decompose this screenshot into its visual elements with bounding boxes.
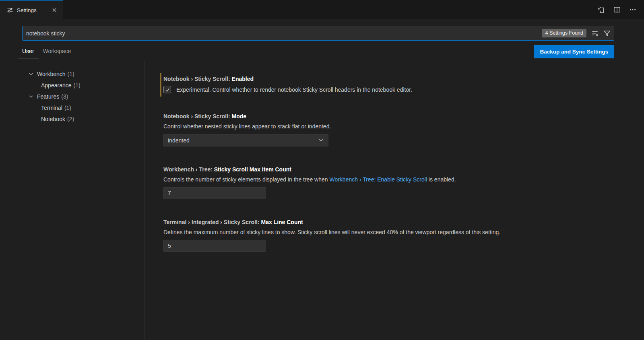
setting-category: Terminal › Integrated › Sticky Scroll: (163, 219, 261, 225)
toc-item-appearance[interactable]: Appearance (1) (0, 80, 144, 91)
toc-item-features[interactable]: Features (3) (0, 91, 144, 102)
mode-select-dropdown[interactable]: indented (163, 134, 328, 146)
scope-tabs: User Workspace (18, 45, 75, 58)
toc-count: (3) (61, 93, 68, 100)
settings-editor: Settings (0, 0, 644, 340)
setting-title: Workbench › Tree: Sticky Scroll Max Item… (163, 166, 628, 173)
settings-search-row: notebook sticky 4 Settings Found (22, 26, 614, 41)
toc-label: Terminal (41, 105, 62, 111)
settings-body: Workbench (1) Appearance (1) Features (3… (0, 60, 644, 340)
toc-item-notebook[interactable]: Notebook (2) (0, 113, 144, 125)
open-settings-json-icon[interactable] (597, 6, 605, 14)
toc-label: Features (37, 93, 59, 100)
setting-category: Workbench › Tree: (163, 166, 214, 173)
backup-and-sync-settings-button[interactable]: Backup and Sync Settings (534, 45, 614, 58)
clear-search-results-icon[interactable] (591, 30, 599, 37)
toc-count: (1) (74, 82, 80, 89)
search-query-text: notebook sticky (26, 30, 65, 37)
chevron-down-icon (318, 137, 324, 143)
tab-workspace[interactable]: Workspace (39, 45, 76, 58)
description-text: Controls the number of sticky elements d… (163, 176, 329, 183)
results-count-badge: 4 Settings Found (542, 29, 586, 38)
checkbox-checked[interactable] (163, 86, 171, 93)
setting-notebook-sticky-scroll-enabled: Notebook › Sticky Scroll: Enabled Experi… (160, 73, 628, 97)
more-actions-icon[interactable] (629, 6, 636, 13)
close-icon[interactable] (50, 6, 59, 14)
toc-label: Workbench (37, 71, 66, 77)
description-text: is enabled. (427, 176, 456, 183)
text-caret (67, 29, 68, 37)
settings-toc-tree: Workbench (1) Appearance (1) Features (3… (0, 60, 145, 340)
setting-description: Control whether nested sticky lines appe… (163, 123, 628, 130)
setting-label: Max Line Count (261, 219, 303, 225)
filter-icon[interactable] (603, 30, 611, 37)
chevron-down-icon (28, 94, 35, 99)
setting-description: Experimental. Control whether to render … (176, 87, 412, 93)
setting-description: Controls the number of sticky elements d… (163, 176, 628, 183)
tab-user[interactable]: User (18, 45, 39, 58)
toc-item-workbench[interactable]: Workbench (1) (0, 68, 144, 80)
toc-label: Notebook (41, 116, 65, 122)
editor-tab-bar: Settings (0, 0, 644, 19)
max-item-count-input[interactable] (163, 187, 266, 199)
setting-label: Mode (232, 113, 247, 120)
editor-actions (597, 0, 644, 19)
setting-tree-sticky-scroll-max-item-count: Workbench › Tree: Sticky Scroll Max Item… (160, 163, 628, 202)
split-editor-icon[interactable] (613, 6, 621, 13)
toc-count: (2) (67, 116, 74, 122)
setting-label: Sticky Scroll Max Item Count (214, 166, 291, 173)
setting-title: Notebook › Sticky Scroll: Enabled (163, 76, 628, 82)
toc-label: Appearance (41, 82, 72, 89)
setting-category: Notebook › Sticky Scroll: (163, 113, 232, 120)
toc-count: (1) (64, 105, 71, 111)
settings-list: Notebook › Sticky Scroll: Enabled Experi… (145, 60, 644, 340)
setting-label: Enabled (232, 76, 254, 82)
tab-settings[interactable]: Settings (0, 0, 63, 19)
max-line-count-input[interactable] (163, 240, 266, 252)
search-controls: 4 Settings Found (542, 26, 611, 41)
setting-link-enable-sticky-scroll[interactable]: Workbench › Tree: Enable Sticky Scroll (329, 176, 427, 183)
settings-sliders-icon (7, 7, 13, 13)
setting-category: Notebook › Sticky Scroll: (163, 76, 232, 82)
chevron-down-icon (28, 71, 35, 77)
scope-row: User Workspace Backup and Sync Settings (22, 45, 614, 58)
setting-description: Defines the maximum number of sticky lin… (163, 229, 628, 235)
setting-notebook-sticky-scroll-mode: Notebook › Sticky Scroll: Mode Control w… (160, 110, 628, 150)
setting-checkbox-row: Experimental. Control whether to render … (163, 86, 628, 93)
setting-title: Terminal › Integrated › Sticky Scroll: M… (163, 219, 628, 225)
setting-title: Notebook › Sticky Scroll: Mode (163, 113, 628, 120)
setting-terminal-sticky-scroll-max-line-count: Terminal › Integrated › Sticky Scroll: M… (160, 216, 628, 255)
select-value: indented (168, 137, 190, 144)
toc-item-terminal[interactable]: Terminal (1) (0, 102, 144, 113)
tab-title: Settings (17, 7, 37, 13)
toc-count: (1) (68, 71, 74, 77)
search-input[interactable]: notebook sticky (22, 26, 614, 41)
